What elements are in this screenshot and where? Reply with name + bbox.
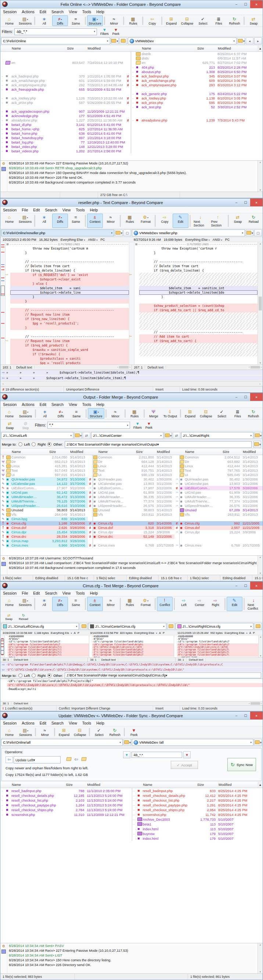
col-name[interactable]: Name [97,449,135,455]
toolbar-button[interactable]: ↓Next Section [192,214,209,228]
toolbar-button[interactable] [86,409,87,418]
menu-item[interactable]: File [19,208,30,212]
toolbar-button[interactable]: ≣Files [211,16,226,26]
toolbar-button[interactable] [85,598,86,610]
toolbar-button[interactable] [105,409,107,418]
toolbar-button[interactable]: ↻Refresh [245,408,261,419]
radio-right[interactable] [32,673,36,678]
filter-button[interactable]: ▼Filters [99,27,110,36]
toolbar-button[interactable]: ΨMerge [146,408,162,419]
grammar-mode[interactable]: Default text [11,702,30,705]
toolbar-button[interactable]: ∗All [37,16,52,26]
toolbar-button[interactable]: =Same [68,214,84,228]
toolbar-button[interactable]: ≠▾Diffs [52,597,68,611]
browse-folder-button[interactable]: ▾ [123,739,131,746]
file-row[interactable]: Cirrus.dof 2,626 3/28/2006 ≠ Cirrus.dof … [0,526,263,530]
toolbar-button[interactable]: ⌂Home [2,597,17,611]
menu-item[interactable]: Tools [80,10,94,14]
viewport-indicator[interactable] [1,286,5,296]
minimize-button[interactable]: – [232,583,241,589]
grammar-mode[interactable]: Default text [11,658,30,662]
center-file-combo[interactable]: J:\...\Cirrus\Center\Cirrus.cfg▾ [88,623,166,630]
col-modified[interactable]: Modified [86,782,128,788]
menu-item[interactable]: Help [88,591,100,595]
close-button[interactable]: ✕ [250,199,263,206]
line-detail-row[interactable]: ⇨-U"c:\program files\borland\delphi7\lib… [0,662,263,667]
file-row[interactable]: Cirrus.bpg 830 3/24/2006 [0,517,263,521]
menu-item[interactable]: View [66,721,80,725]
menu-item[interactable]: Tools [80,721,94,725]
file-row[interactable]: UiSpeedHeader.... 26,616 3/10/2006 ≠ UiS… [0,504,263,508]
browse-folder-button[interactable] [254,623,262,630]
file-row[interactable]: ack_emptyrequest.php 292 7/15/2013 10:44… [0,83,263,87]
file-row[interactable]: Vfs 264,049 3/14/2013 Vfs 263,811 3/14/2… [0,512,263,517]
toolbar-button[interactable]: ▤▾Sessions [17,597,33,611]
col-size[interactable]: Size [66,46,87,51]
col-size[interactable]: Size [222,449,242,455]
toolbar-button[interactable] [120,598,121,610]
file-row[interactable]: index.html 113 5/10/2007 [0,826,263,831]
toolbar-button[interactable] [120,215,121,227]
left-text-pane[interactable]: ⊞11 FILTERED LINES ⇨ ⇨ throw new Excepti… [5,242,129,364]
file-row[interactable]: beta4_video.php 148 12/21/2013 3:28:00 P… [0,144,263,149]
toolbar-button[interactable] [89,728,90,736]
file-row[interactable]: Cirrus.map 3,293,812 3/28/2006 [0,539,263,543]
titlebar[interactable]: Felix Online <--> VMWebDev - Folder Comp… [0,0,263,8]
nav-back-button[interactable]: ◂ [246,37,253,45]
menu-item[interactable]: Search [49,721,66,725]
filtered-lines-banner[interactable]: ⊞11 FILTERED LINES [134,242,258,246]
filters-input[interactable]: -kb_*.*▾ [14,28,97,35]
toolbar-button[interactable]: ≠▾Diffs [52,16,68,26]
toolbar-button[interactable] [34,16,35,25]
browse-folder-button[interactable]: ▾ [115,229,123,236]
file-row[interactable]: UiMultiTreeVie... 78,125 3/27/2006 ≠ UiM… [0,499,263,504]
toolbar-button[interactable]: ∗All [37,597,52,611]
funnel-peek-icon[interactable]: ▼ [183,751,191,758]
toolbar-button[interactable]: ✓Select [214,408,230,419]
menu-item[interactable]: Search [42,591,59,595]
menu-item[interactable]: Search [42,208,59,212]
file-row[interactable]: Dir 662,013 3/14/2013 Dir 664,128 3/14/2… [0,460,263,464]
toolbar-button[interactable]: ∗All [37,214,52,228]
file-row[interactable]: beta4_dl.php 3,141 6/12/2014 5:41:00 PM [0,122,263,127]
col-modified[interactable]: Modified [217,782,258,788]
col-modified[interactable]: Modified [217,46,258,51]
left-merge-pane[interactable]: -K$00400000-N"DCUs"-LE"c:\program files\… [5,635,89,657]
expand-icon[interactable]: ⊞ [6,243,9,246]
toolbar-button[interactable]: ⊟Collapse [198,408,214,419]
right-path-combo[interactable]: J:\...\Cirrus\Right▾ [181,432,253,439]
toolbar-button[interactable] [35,728,36,736]
swap-panes-button[interactable]: ⇄ [83,432,90,439]
close-button[interactable]: ✕ [250,393,263,401]
toolbar-button[interactable]: ▦Rules [125,16,141,26]
toolbar-button[interactable]: ⚙▾Format [138,214,153,228]
file-row[interactable]: ack_freeupgrade.php 665 5/12/2009 4:51:5… [0,87,263,91]
menu-item[interactable]: Actions [19,10,37,14]
output-path-combo[interactable]: J:\BC4 Test Scenarios\Folder merge scena… [65,673,261,678]
toolbar-button[interactable] [190,215,191,227]
menu-item[interactable]: Edit [37,721,49,725]
file-row[interactable]: Unused 38,803 3/14/2013 Unused 38,803 3/… [0,508,263,512]
file-row[interactable]: acknowledge.php 177 5/12/2009 4:51:49 PM [0,113,263,118]
format-dropdown[interactable]: Everything Else ▾ [185,238,210,242]
scrollbar[interactable]: ▲▼ [258,161,263,192]
scrollbar[interactable]: ▲▼ [258,556,263,575]
file-row[interactable]: dists 6/6/2014 11:57 AM [0,56,263,60]
menu-item[interactable]: Actions [19,721,37,725]
file-row[interactable]: Ui 597,015 3/14/2013 Ui 590,139 3/14/201… [0,473,263,477]
diff-map-strip[interactable] [0,635,5,657]
toolbar-button[interactable]: ▼Peek [126,727,142,737]
col-modified[interactable]: Modified [87,46,126,51]
menu-item[interactable]: Edit [37,10,49,14]
file-row[interactable]: beta4_home.~php 825 1/27/2014 11:36:00 A… [0,127,263,131]
toolbar-button[interactable]: ▤▾Sessions [17,214,33,228]
left-path-combo[interactable]: C:\Felix\Online▾ [1,37,110,45]
maximize-button[interactable]: ☐ [241,583,250,589]
titlebar[interactable]: reseller.php - Text Compare - Beyond Com… [0,199,263,207]
browse-folder-button[interactable]: ▾ [246,229,253,236]
toolbar-button[interactable]: ↓Next Conflict [246,597,261,611]
menu-item[interactable]: File [19,591,30,595]
file-row[interactable]: Cirrus.cfg 1,188 3/28/2006 ≠ Cirrus.cfg … [0,521,263,526]
swap-panes-button[interactable]: ⇄ [173,432,180,439]
filter-button[interactable]: ▼Filters [132,421,143,430]
